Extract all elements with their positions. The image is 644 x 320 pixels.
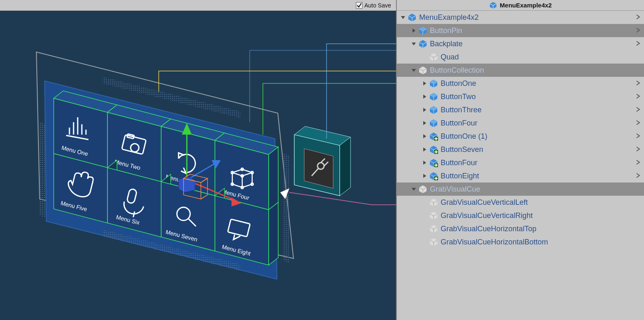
hierarchy-title: MenuExample4x2 bbox=[500, 2, 552, 9]
prefab-plus-icon bbox=[429, 171, 438, 180]
prefab-variant-icon bbox=[429, 119, 438, 128]
cube-grey-icon bbox=[429, 52, 438, 62]
arrow-right-icon[interactable] bbox=[422, 160, 427, 165]
svg-marker-68 bbox=[401, 16, 405, 19]
hierarchy-label: ButtonOne bbox=[441, 77, 636, 90]
grab-cue-right bbox=[284, 154, 289, 263]
svg-marker-75 bbox=[423, 121, 426, 125]
hierarchy-label: ButtonTwo bbox=[441, 90, 636, 103]
chevron-right-icon[interactable] bbox=[636, 116, 641, 130]
svg-marker-76 bbox=[423, 134, 426, 138]
hierarchy-row-grabvisualcuehorizontaltop[interactable]: GrabVisualCueHorizontalTop bbox=[397, 222, 644, 235]
hierarchy-row-buttonone-1-[interactable]: ButtonOne (1) bbox=[397, 130, 644, 143]
chevron-right-icon[interactable] bbox=[636, 24, 641, 37]
scene-panel: Auto Save bbox=[0, 0, 396, 320]
hierarchy-label: ButtonEight bbox=[441, 169, 636, 183]
hierarchy-row-grabvisualcueverticalright[interactable]: GrabVisualCueVerticalRight bbox=[397, 209, 644, 222]
scene-viewport[interactable]: Menu One Menu Two bbox=[0, 11, 396, 320]
prefab-icon bbox=[418, 39, 427, 48]
chevron-right-icon[interactable] bbox=[636, 37, 641, 50]
chevron-right-icon[interactable] bbox=[636, 103, 641, 116]
hierarchy-label: GrabVisualCueVerticalLeft bbox=[441, 196, 641, 209]
cube-grey-icon bbox=[418, 66, 427, 75]
hierarchy-row-buttonthree[interactable]: ButtonThree bbox=[397, 103, 644, 116]
hierarchy-panel: MenuExample4x2 MenuExample4x2ButtonPinBa… bbox=[396, 0, 644, 320]
hierarchy-label: MenuExample4x2 bbox=[419, 11, 636, 24]
auto-save-label: Auto Save bbox=[364, 2, 391, 9]
arrow-right-icon[interactable] bbox=[422, 94, 427, 99]
chevron-right-icon[interactable] bbox=[636, 11, 641, 24]
svg-marker-47 bbox=[340, 137, 351, 196]
prefab-icon bbox=[408, 13, 417, 22]
hierarchy-row-buttonfour[interactable]: ButtonFour bbox=[397, 156, 644, 169]
hierarchy-row-buttontwo[interactable]: ButtonTwo bbox=[397, 90, 644, 103]
svg-marker-79 bbox=[423, 174, 426, 178]
chevron-right-icon[interactable] bbox=[636, 143, 641, 156]
cube-grey-icon bbox=[429, 198, 438, 207]
prefab-variant-icon bbox=[418, 26, 427, 35]
prefab-icon bbox=[489, 1, 497, 9]
hierarchy-row-buttonone[interactable]: ButtonOne bbox=[397, 77, 644, 90]
pin-button-cube[interactable] bbox=[294, 126, 351, 196]
arrow-down-icon[interactable] bbox=[400, 15, 406, 20]
arrow-down-icon[interactable] bbox=[411, 187, 417, 192]
hierarchy-row-menuexample4x2[interactable]: MenuExample4x2 bbox=[397, 11, 644, 24]
hierarchy-row-buttoneight[interactable]: ButtonEight bbox=[397, 169, 644, 183]
cube-grey-icon bbox=[418, 185, 427, 194]
checkbox-icon bbox=[356, 2, 363, 9]
cube-grey-icon bbox=[429, 237, 438, 247]
hierarchy-row-buttonseven[interactable]: ButtonSeven bbox=[397, 143, 644, 156]
arrow-right-icon[interactable] bbox=[422, 134, 427, 139]
hierarchy-label: ButtonFour bbox=[441, 116, 636, 130]
chevron-right-icon[interactable] bbox=[636, 90, 641, 103]
hierarchy-label: GrabVisualCueVerticalRight bbox=[441, 209, 641, 222]
svg-marker-72 bbox=[423, 81, 426, 85]
hierarchy-header: MenuExample4x2 bbox=[397, 0, 644, 11]
hierarchy-tree[interactable]: MenuExample4x2ButtonPinBackplateQuadButt… bbox=[397, 11, 644, 320]
chevron-right-icon[interactable] bbox=[636, 156, 641, 169]
prefab-plus-icon bbox=[429, 158, 438, 167]
svg-marker-73 bbox=[423, 95, 426, 99]
hierarchy-label: GrabVisualCueHorizontalBottom bbox=[441, 235, 641, 249]
svg-marker-43 bbox=[269, 202, 278, 265]
hierarchy-row-grabvisualcue[interactable]: GrabVisualCue bbox=[397, 183, 644, 196]
chevron-right-icon[interactable] bbox=[636, 77, 641, 90]
hierarchy-row-quad[interactable]: Quad bbox=[397, 50, 644, 64]
hierarchy-label: ButtonFour bbox=[441, 156, 636, 169]
auto-save-toggle[interactable]: Auto Save bbox=[356, 2, 391, 9]
chevron-right-icon[interactable] bbox=[636, 169, 641, 183]
arrow-right-icon[interactable] bbox=[411, 28, 417, 33]
arrow-down-icon[interactable] bbox=[411, 68, 417, 73]
svg-marker-77 bbox=[423, 147, 426, 152]
cube-grey-icon bbox=[429, 211, 438, 220]
arrow-down-icon[interactable] bbox=[411, 41, 417, 46]
hierarchy-row-backplate[interactable]: Backplate bbox=[397, 37, 644, 50]
cube-grey-icon bbox=[429, 224, 438, 233]
svg-marker-74 bbox=[423, 108, 426, 112]
svg-rect-0 bbox=[356, 2, 363, 8]
arrow-right-icon[interactable] bbox=[422, 81, 427, 86]
prefab-variant-icon bbox=[429, 92, 438, 101]
hierarchy-row-buttonpin[interactable]: ButtonPin bbox=[397, 24, 644, 37]
hierarchy-row-buttoncollection[interactable]: ButtonCollection bbox=[397, 64, 644, 77]
scene-topbar: Auto Save bbox=[0, 0, 396, 11]
arrow-right-icon[interactable] bbox=[422, 147, 427, 152]
svg-marker-71 bbox=[412, 69, 416, 72]
hierarchy-row-buttonfour[interactable]: ButtonFour bbox=[397, 116, 644, 130]
arrow-right-icon[interactable] bbox=[422, 173, 427, 178]
svg-marker-69 bbox=[413, 28, 415, 33]
hierarchy-label: ButtonSeven bbox=[441, 143, 636, 156]
arrow-right-icon[interactable] bbox=[422, 121, 427, 126]
scene-svg: Menu One Menu Two bbox=[0, 11, 396, 320]
arrow-right-icon[interactable] bbox=[422, 107, 427, 112]
svg-marker-70 bbox=[412, 43, 416, 45]
hierarchy-label: Backplate bbox=[430, 37, 636, 50]
svg-marker-80 bbox=[412, 188, 416, 191]
grab-cue-left bbox=[40, 122, 45, 217]
hierarchy-row-grabvisualcueverticalleft[interactable]: GrabVisualCueVerticalLeft bbox=[397, 196, 644, 209]
hierarchy-label: Quad bbox=[441, 50, 641, 64]
hierarchy-label: ButtonThree bbox=[441, 103, 636, 116]
hierarchy-row-grabvisualcuehorizontalbottom[interactable]: GrabVisualCueHorizontalBottom bbox=[397, 235, 644, 249]
prefab-plus-icon bbox=[429, 132, 438, 141]
chevron-right-icon[interactable] bbox=[636, 130, 641, 143]
